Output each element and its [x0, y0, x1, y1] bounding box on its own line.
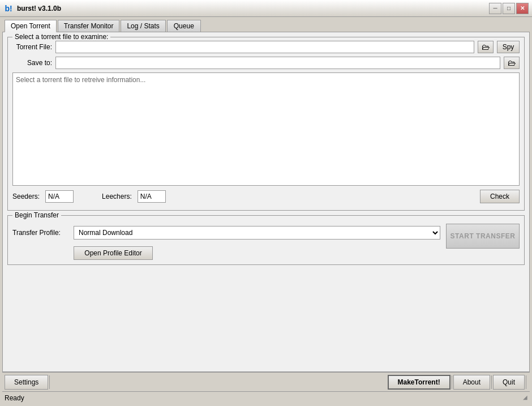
content-area: Select a torrent file to examine: Torren… [2, 32, 530, 372]
bottom-divider-4 [526, 375, 526, 389]
torrent-browse-button[interactable]: 🗁 [478, 41, 494, 53]
open-profile-editor-button[interactable]: Open Profile Editor [74, 246, 153, 260]
main-window: Open Torrent Transfer Monitor Log / Stat… [0, 17, 532, 406]
torrent-file-row: Torrent File: 🗁 Spy [12, 41, 520, 53]
begin-transfer-title: Begin Transfer [12, 211, 61, 219]
save-to-row: Save to: 🗁 [12, 57, 520, 69]
bottom-divider-3 [491, 375, 492, 389]
torrent-info-area[interactable] [12, 72, 520, 186]
window-title: burst! v3.1.0b [17, 5, 61, 12]
info-area-container: Select a torrent file to retreive inform… [12, 72, 520, 187]
about-button[interactable]: About [453, 375, 490, 390]
status-bar: Ready ◢ [2, 391, 530, 404]
tab-queue[interactable]: Queue [167, 20, 201, 32]
bottom-bar: Settings MakeTorrent! About Quit [2, 372, 530, 391]
start-transfer-button[interactable]: START TRANSFER [446, 224, 520, 249]
status-text: Ready [5, 394, 520, 402]
bottom-divider-2 [452, 375, 452, 389]
folder-icon: 🗁 [482, 42, 490, 52]
make-torrent-button[interactable]: MakeTorrent! [388, 375, 451, 390]
resize-grip: ◢ [520, 394, 527, 402]
transfer-select-wrapper: Normal Download High Speed Low Speed Cus… [74, 226, 440, 240]
tab-bar: Open Torrent Transfer Monitor Log / Stat… [5, 19, 530, 32]
leechers-label: Leechers: [102, 193, 132, 200]
begin-transfer-group: Begin Transfer Transfer Profile: Normal … [7, 215, 525, 265]
quit-button[interactable]: Quit [493, 375, 525, 390]
save-to-input[interactable] [55, 57, 500, 69]
settings-button[interactable]: Settings [5, 375, 48, 390]
leechers-input[interactable] [138, 190, 166, 203]
check-button[interactable]: Check [480, 190, 520, 203]
title-bar-buttons: ─ □ ✕ [489, 3, 529, 14]
seeders-input[interactable] [45, 190, 74, 203]
save-to-label: Save to: [12, 59, 52, 67]
folder-icon-2: 🗁 [508, 58, 516, 67]
spy-button[interactable]: Spy [497, 41, 520, 53]
transfer-profile-label: Transfer Profile: [12, 229, 69, 237]
stats-row: Seeders: Leechers: Check [12, 187, 520, 206]
torrent-group: Select a torrent file to examine: Torren… [7, 37, 525, 211]
transfer-profile-row: Transfer Profile: Normal Download High S… [12, 226, 440, 240]
minimize-button[interactable]: ─ [489, 3, 501, 14]
title-bar-left: b! burst! v3.1.0b [3, 3, 61, 14]
save-browse-button[interactable]: 🗁 [504, 57, 520, 69]
close-button[interactable]: ✕ [516, 3, 529, 14]
torrent-file-label: Torrent File: [12, 43, 52, 51]
torrent-group-title: Select a torrent file to examine: [12, 33, 110, 41]
torrent-file-input[interactable] [55, 41, 474, 53]
transfer-profile-select[interactable]: Normal Download High Speed Low Speed Cus… [74, 226, 440, 240]
tab-open-torrent[interactable]: Open Torrent [5, 20, 57, 32]
title-bar: b! burst! v3.1.0b ─ □ ✕ [0, 0, 532, 17]
tab-log-stats[interactable]: Log / Stats [121, 20, 165, 32]
bottom-divider-1 [49, 375, 50, 389]
seeders-label: Seeders: [12, 193, 40, 200]
tab-transfer-monitor[interactable]: Transfer Monitor [58, 20, 120, 32]
maximize-button[interactable]: □ [503, 3, 515, 14]
app-icon: b! [3, 3, 14, 14]
